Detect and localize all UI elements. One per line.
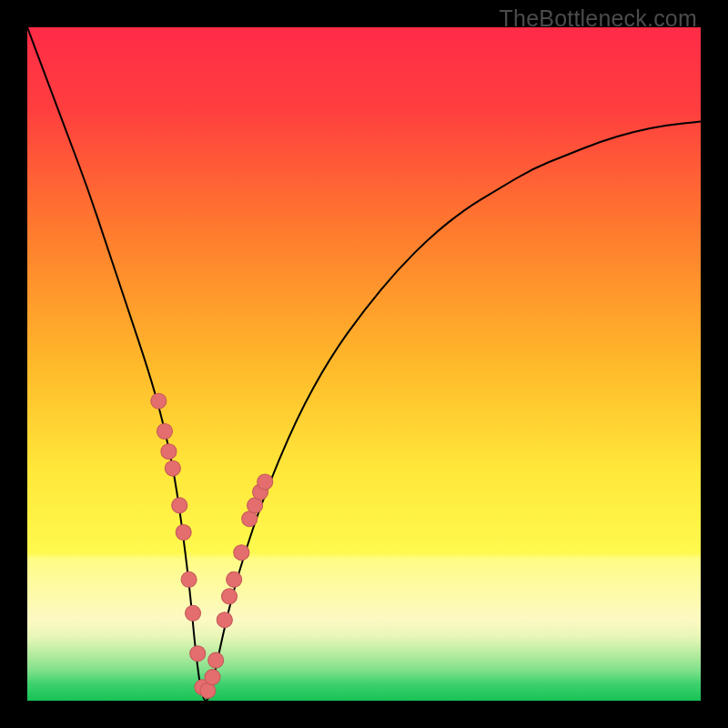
- sample-dot: [227, 571, 242, 587]
- sample-dot: [208, 652, 224, 668]
- sample-dot: [234, 545, 249, 561]
- watermark-text: TheBottleneck.com: [500, 5, 697, 32]
- sample-dot: [258, 474, 273, 490]
- sample-dot: [221, 589, 237, 604]
- sample-dot: [190, 646, 206, 662]
- plot-area: [27, 27, 701, 701]
- sample-dot: [205, 670, 220, 685]
- bottleneck-curve: [27, 27, 701, 701]
- sample-dots: [151, 393, 273, 698]
- sample-dot: [157, 423, 172, 439]
- sample-dot: [186, 605, 201, 621]
- curve-layer: [27, 27, 701, 701]
- chart-frame: TheBottleneck.com: [0, 0, 728, 728]
- sample-dot: [176, 524, 191, 540]
- sample-dot: [161, 444, 177, 460]
- sample-dot: [151, 393, 167, 409]
- sample-dot: [172, 498, 187, 513]
- sample-dot: [165, 460, 180, 476]
- sample-dot: [181, 571, 197, 587]
- sample-dot: [217, 612, 232, 628]
